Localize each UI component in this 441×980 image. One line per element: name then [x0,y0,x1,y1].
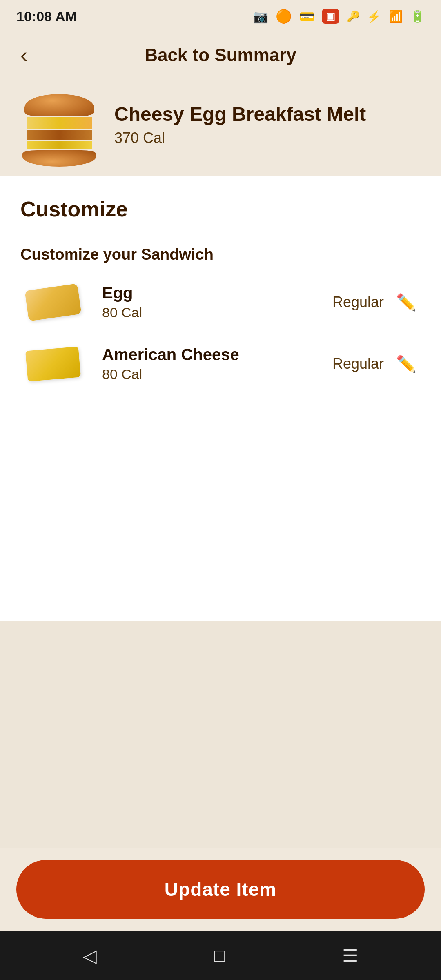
egg-calories: 80 Cal [102,305,332,321]
egg-status: Regular [332,294,384,311]
bun-top [24,94,94,116]
egg-name: Egg [102,284,332,302]
back-chevron-icon: ‹ [20,43,27,67]
egg-action: Regular ✏️ [332,289,421,316]
product-name: Cheesy Egg Breakfast Melt [114,102,421,126]
nav-back-icon[interactable]: ◁ [83,945,97,966]
product-calories: 370 Cal [114,129,421,147]
cheese-action: Regular ✏️ [332,350,421,378]
page-title: Back to Summary [0,45,441,65]
product-image [20,94,98,155]
sandwich-cheese [27,141,92,149]
update-item-button[interactable]: Update Item [16,860,425,919]
back-button[interactable]: ‹ [20,43,27,67]
update-btn-container: Update Item [0,848,441,931]
status-bar: 10:08 AM 📷 🟠 💳 ▣ 🔑 ⚡ 📶 🔋 [0,0,441,33]
bluetooth-icon: ⚡ [367,10,381,23]
status-time: 10:08 AM [16,9,77,24]
nav-menu-icon[interactable]: ☰ [342,945,358,966]
ingredient-row-cheese: American Cheese 80 Cal Regular ✏️ [0,333,441,394]
profile-icon: 🟠 [276,9,292,24]
egg-edit-icon[interactable]: ✏️ [392,289,421,316]
bun-bottom [22,150,96,167]
payment-icon: 💳 [299,9,314,24]
product-section: Cheesy Egg Breakfast Melt 370 Cal [0,78,441,176]
ingredient-row-egg: Egg 80 Cal Regular ✏️ [0,272,441,333]
header: ‹ Back to Summary [0,33,441,78]
status-icons: 📷 🟠 💳 ▣ 🔑 ⚡ 📶 🔋 [253,9,425,24]
cheese-name: American Cheese [102,345,332,364]
egg-info: Egg 80 Cal [86,284,332,321]
customize-subtitle: Customize your Sandwich [0,229,441,272]
beige-fill-area [0,621,441,848]
cheese-edit-icon[interactable]: ✏️ [392,350,421,378]
cheese-image [20,345,86,382]
battery-icon: ▣ [322,9,339,24]
product-info: Cheesy Egg Breakfast Melt 370 Cal [114,102,421,147]
white-section: Customize Customize your Sandwich Egg 80… [0,176,441,621]
egg-image [20,284,86,321]
sandwich-egg [27,117,92,129]
cheese-calories: 80 Cal [102,366,332,382]
wifi-icon: 📶 [389,10,403,23]
customize-title: Customize [20,197,421,221]
camera-icon: 📷 [253,9,268,24]
nav-home-icon[interactable]: □ [214,945,225,966]
sandwich-visual [20,94,98,155]
battery-level-icon: 🔋 [410,10,425,23]
egg-visual [24,283,81,321]
cheese-visual [25,346,81,381]
cheese-status: Regular [332,355,384,372]
sandwich-patty [27,130,92,140]
nav-bar: ◁ □ ☰ [0,931,441,980]
key-icon: 🔑 [347,10,360,23]
cheese-info: American Cheese 80 Cal [86,345,332,382]
customize-header: Customize [0,176,441,229]
